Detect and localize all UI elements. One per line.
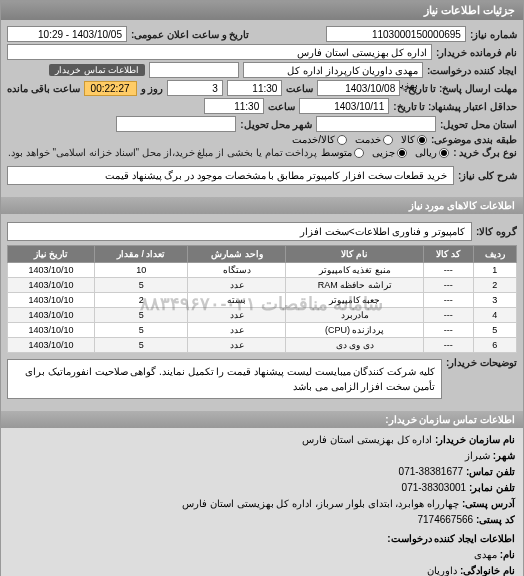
contact-section-title: اطلاعات تماس سازمان خریدار: xyxy=(1,411,523,428)
pkg-opt1: کالا xyxy=(401,134,415,145)
delivery-city-label: شهر محل تحویل: xyxy=(240,119,312,130)
table-cell: بسته xyxy=(188,293,286,308)
contact-buyer-button[interactable]: اطلاعات تماس خریدار xyxy=(49,64,145,76)
table-row: 3---جعبه کامپیوتربسته21403/10/10 xyxy=(8,293,517,308)
pkg-radio-3[interactable] xyxy=(337,135,347,145)
time-label-2: ساعت xyxy=(268,101,295,112)
table-cell: پردازنده (CPU) xyxy=(286,323,423,338)
goods-section-title: اطلاعات کالاهای مورد نیاز xyxy=(1,197,523,214)
table-cell: عدد xyxy=(188,323,286,338)
table-cell: مادربرد xyxy=(286,308,423,323)
table-cell: --- xyxy=(423,293,473,308)
requester-extra xyxy=(149,62,239,78)
table-cell: 5 xyxy=(95,338,188,353)
c-family-label: نام خانوادگی: xyxy=(460,565,515,576)
pt-radio-1[interactable] xyxy=(439,148,449,158)
c-name: مهدی xyxy=(474,549,497,560)
c-postal-label: کد پستی: xyxy=(476,514,515,525)
table-cell: --- xyxy=(423,338,473,353)
table-cell: 2 xyxy=(95,293,188,308)
validity-time: 11:30 xyxy=(204,98,264,114)
requester-label: ایجاد کننده درخواست: xyxy=(427,65,517,76)
c-name-label: نام: xyxy=(500,549,515,560)
c-postal: 7174667566 xyxy=(417,514,473,525)
table-cell: دی وی دی xyxy=(286,338,423,353)
table-cell: 6 xyxy=(473,338,516,353)
c-creator-title: اطلاعات ایجاد کننده درخواست: xyxy=(9,531,515,547)
buyer-notes-value: کلیه شرکت کنندگان میبایست لیست پیشنهاد ق… xyxy=(7,359,442,399)
deadline-date: 1403/10/08 xyxy=(317,80,400,96)
table-cell: 1403/10/10 xyxy=(8,308,95,323)
page-header: جزئیات اطلاعات نیاز xyxy=(1,1,523,20)
table-cell: 1403/10/10 xyxy=(8,323,95,338)
table-cell: --- xyxy=(423,323,473,338)
days-remaining: 3 xyxy=(167,80,223,96)
table-cell: عدد xyxy=(188,338,286,353)
contact-section: نام سازمان خریدار: اداره کل بهزیستی استا… xyxy=(1,428,523,576)
goods-table: ردیفکد کالانام کالاواحد شمارشتعداد / مقد… xyxy=(7,245,517,353)
time-label-1: ساعت xyxy=(286,83,313,94)
pt-opt3: متوسط xyxy=(321,147,352,158)
delivery-province-label: استان محل تحویل: xyxy=(440,119,517,130)
table-cell: 3 xyxy=(473,293,516,308)
table-row: 1---منبع تغذیه کامپیوتردستگاه101403/10/1… xyxy=(8,263,517,278)
purchase-type-radio-group: ریالی جزیی متوسط xyxy=(321,147,449,158)
table-cell: جعبه کامپیوتر xyxy=(286,293,423,308)
days-remaining-label: روز و xyxy=(141,83,164,94)
buyer-notes-label: توضیحات خریدار: xyxy=(446,357,517,368)
packaging-radio-group: کالا خدمت کالا/خدمت xyxy=(292,134,427,145)
validity-date: 1403/10/11 xyxy=(299,98,389,114)
description-value: خرید قطعات سخت افزار کامپیوتر مطابق با م… xyxy=(7,166,454,185)
pkg-opt2: خدمت xyxy=(355,134,381,145)
table-cell: 5 xyxy=(95,308,188,323)
table-cell: 5 xyxy=(95,323,188,338)
time-remaining-label: ساعت باقی مانده xyxy=(7,83,80,94)
c-phone-label: تلفن تماس: xyxy=(466,466,515,477)
table-cell: 2 xyxy=(473,278,516,293)
buyer-name-value: اداره کل بهزیستی استان فارس xyxy=(7,44,432,60)
table-row: 5---پردازنده (CPU)عدد51403/10/10 xyxy=(8,323,517,338)
table-cell: 5 xyxy=(95,278,188,293)
table-cell: --- xyxy=(423,278,473,293)
table-cell: منبع تغذیه کامپیوتر xyxy=(286,263,423,278)
pt-radio-3[interactable] xyxy=(354,148,364,158)
pt-opt2: جزیی xyxy=(372,147,395,158)
c-phone: 38381677-071 xyxy=(399,466,464,477)
table-cell: عدد xyxy=(188,308,286,323)
pkg-radio-2[interactable] xyxy=(383,135,393,145)
table-cell: دستگاه xyxy=(188,263,286,278)
table-cell: 1403/10/10 xyxy=(8,263,95,278)
table-cell: 4 xyxy=(473,308,516,323)
table-cell: --- xyxy=(423,263,473,278)
description-label: شرح کلی نیاز: xyxy=(458,170,517,181)
table-cell: 1403/10/10 xyxy=(8,293,95,308)
c-org: اداره کل بهزیستی استان فارس xyxy=(302,434,432,445)
table-cell: 1 xyxy=(473,263,516,278)
table-cell: 1403/10/10 xyxy=(8,278,95,293)
delivery-province xyxy=(316,116,436,132)
table-header: واحد شمارش xyxy=(188,246,286,263)
purchase-type-label: نوع برگ خرید : xyxy=(453,147,517,158)
c-city: شیراز xyxy=(465,450,490,461)
table-header: کد کالا xyxy=(423,246,473,263)
table-header: تعداد / مقدار xyxy=(95,246,188,263)
requester-value: مهدی داوریان کارپرداز اداره کل بهزیستی ا… xyxy=(243,62,423,78)
c-address: چهارراه هوابرد، ابتدای بلوار سرباز، ادار… xyxy=(182,498,459,509)
pt-radio-2[interactable] xyxy=(397,148,407,158)
table-cell: 1403/10/10 xyxy=(8,338,95,353)
table-cell: 5 xyxy=(473,323,516,338)
table-header: تاریخ نیاز xyxy=(8,246,95,263)
announce-value: 1403/10/05 - 10:29 xyxy=(7,26,127,42)
pkg-radio-1[interactable] xyxy=(417,135,427,145)
announce-label: تاریخ و ساعت اعلان عمومی: xyxy=(131,29,249,40)
c-fax-label: تلفن نمابر: xyxy=(469,482,515,493)
buyer-name-label: نام فرمانده خریدار: xyxy=(436,47,517,58)
table-row: 2---تراشه حافظه RAMعدد51403/10/10 xyxy=(8,278,517,293)
goods-group-label: گروه کالا: xyxy=(476,226,517,237)
table-cell: تراشه حافظه RAM xyxy=(286,278,423,293)
c-org-label: نام سازمان خریدار: xyxy=(435,434,515,445)
goods-group-value: کامپیوتر و فناوری اطلاعات>سخت افزار xyxy=(7,222,472,241)
table-cell: عدد xyxy=(188,278,286,293)
pt-opt1: ریالی xyxy=(415,147,437,158)
time-remaining: 00:22:27 xyxy=(84,81,137,96)
